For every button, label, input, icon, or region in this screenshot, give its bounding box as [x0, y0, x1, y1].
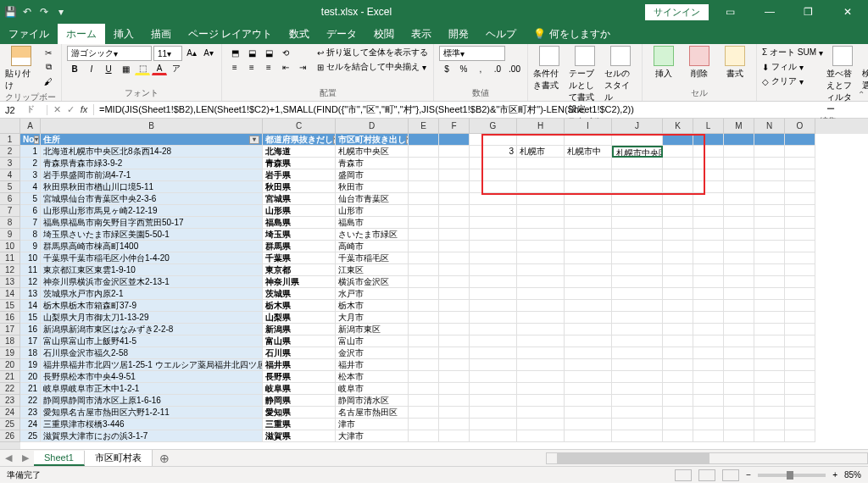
cell[interactable]: 東京都江東区東雲1-9-10 — [41, 264, 263, 276]
cell[interactable] — [439, 324, 470, 336]
delete-cells-button[interactable]: 削除 — [683, 46, 715, 80]
cell[interactable] — [612, 419, 663, 430]
col-header-I[interactable]: I — [565, 119, 612, 134]
cell[interactable] — [693, 300, 724, 312]
cell[interactable]: 市区町村抜き出し▾ — [336, 134, 409, 146]
cell[interactable] — [693, 407, 724, 419]
cell[interactable]: 7 — [20, 217, 41, 229]
cell[interactable]: さいたま市緑区 — [336, 229, 409, 241]
formula-input[interactable]: =MID(JIS(Sheet1!$B2),LEN(Sheet1!$C2)+1,S… — [94, 103, 868, 116]
cell[interactable]: 埼玉県 — [263, 229, 336, 241]
cell[interactable] — [724, 193, 754, 205]
insert-cells-button[interactable]: 挿入 — [648, 46, 680, 80]
cell[interactable]: 16 — [20, 324, 41, 336]
cell[interactable]: 福井市 — [336, 359, 409, 371]
cell[interactable] — [517, 181, 565, 193]
cell[interactable] — [612, 430, 663, 442]
cell[interactable] — [470, 395, 517, 407]
cell[interactable] — [754, 229, 785, 241]
cell[interactable] — [785, 407, 815, 419]
cell[interactable]: 10 — [20, 252, 41, 264]
row-header[interactable]: 6 — [0, 193, 20, 205]
zoom-level[interactable]: 85% — [844, 470, 861, 480]
cell[interactable] — [785, 395, 815, 407]
cell[interactable] — [724, 146, 754, 158]
cell[interactable] — [754, 430, 785, 442]
cell[interactable] — [785, 205, 815, 217]
align-middle-icon[interactable]: ⬓ — [244, 46, 259, 59]
cell[interactable] — [724, 217, 754, 229]
cell[interactable] — [409, 252, 439, 264]
cell[interactable] — [565, 336, 612, 347]
cell[interactable] — [409, 229, 439, 241]
cell[interactable] — [517, 264, 565, 276]
cell[interactable] — [565, 181, 612, 193]
cell[interactable]: 北海道札幌市中央区北8条西14-28 — [41, 146, 263, 158]
cell[interactable] — [785, 288, 815, 300]
cell[interactable] — [754, 395, 785, 407]
inc-decimal-icon[interactable]: .0 — [490, 62, 505, 75]
cell[interactable]: 都道府県抜きだし▾ — [263, 134, 336, 146]
cell[interactable] — [517, 407, 565, 419]
cell[interactable]: 値 2 — [565, 134, 612, 146]
cell[interactable] — [663, 205, 693, 217]
cell[interactable] — [612, 371, 663, 383]
copy-icon[interactable]: ⧉ — [41, 60, 56, 74]
cell[interactable] — [663, 407, 693, 419]
cell[interactable]: 福島県福島市南矢野目字西荒田50-17 — [41, 217, 263, 229]
cell[interactable] — [754, 419, 785, 430]
cell[interactable]: 14 — [20, 300, 41, 312]
cell[interactable] — [785, 419, 815, 430]
cell[interactable] — [663, 169, 693, 181]
cell[interactable]: 札幌市 — [517, 146, 565, 158]
cell[interactable]: 栃木市 — [336, 300, 409, 312]
cell[interactable]: 4 — [20, 181, 41, 193]
cell[interactable] — [724, 336, 754, 347]
cell[interactable] — [517, 347, 565, 359]
cell[interactable] — [565, 158, 612, 169]
row-header[interactable]: 15 — [0, 300, 20, 312]
cell[interactable] — [517, 395, 565, 407]
cell[interactable]: 20 — [20, 371, 41, 383]
cell[interactable] — [470, 158, 517, 169]
row-header[interactable]: 4 — [0, 169, 20, 181]
cell[interactable] — [565, 395, 612, 407]
cell[interactable] — [785, 169, 815, 181]
cell[interactable]: 18 — [20, 347, 41, 359]
row-header[interactable]: 26 — [0, 430, 20, 442]
cell[interactable] — [565, 205, 612, 217]
cell[interactable] — [612, 324, 663, 336]
cell[interactable]: 神奈川県 — [263, 276, 336, 288]
cell[interactable]: 秋田県秋田市楢山川口境5-11 — [41, 181, 263, 193]
col-header-D[interactable]: D — [336, 119, 409, 134]
cell[interactable]: 札幌市中 — [565, 146, 612, 158]
cell[interactable] — [409, 300, 439, 312]
cell[interactable] — [565, 419, 612, 430]
col-header-H[interactable]: H — [517, 119, 565, 134]
number-format-select[interactable]: 標準 ▾ — [439, 46, 505, 61]
cell[interactable]: 富山市 — [336, 336, 409, 347]
fill-color-icon[interactable]: ⬚ — [135, 62, 150, 75]
cell[interactable]: 愛知県 — [263, 407, 336, 419]
cell[interactable] — [565, 252, 612, 264]
row-header[interactable]: 12 — [0, 264, 20, 276]
cell[interactable] — [693, 324, 724, 336]
zoom-slider[interactable] — [758, 474, 826, 477]
row-header[interactable]: 20 — [0, 359, 20, 371]
col-header-B[interactable]: B — [41, 119, 263, 134]
cell[interactable] — [517, 419, 565, 430]
conditional-formatting-button[interactable]: 条件付き書式 — [533, 46, 565, 92]
cell[interactable] — [470, 419, 517, 430]
row-header[interactable]: 22 — [0, 383, 20, 395]
cell[interactable] — [439, 229, 470, 241]
cell[interactable]: 値 3 — [612, 134, 663, 146]
cell[interactable] — [517, 193, 565, 205]
cell[interactable] — [754, 276, 785, 288]
cell[interactable] — [409, 383, 439, 395]
cell[interactable] — [724, 359, 754, 371]
cell[interactable] — [409, 158, 439, 169]
cell[interactable] — [612, 300, 663, 312]
sheet-nav-next-icon[interactable]: ▶ — [17, 452, 34, 463]
cell[interactable] — [612, 229, 663, 241]
cell[interactable] — [663, 371, 693, 383]
